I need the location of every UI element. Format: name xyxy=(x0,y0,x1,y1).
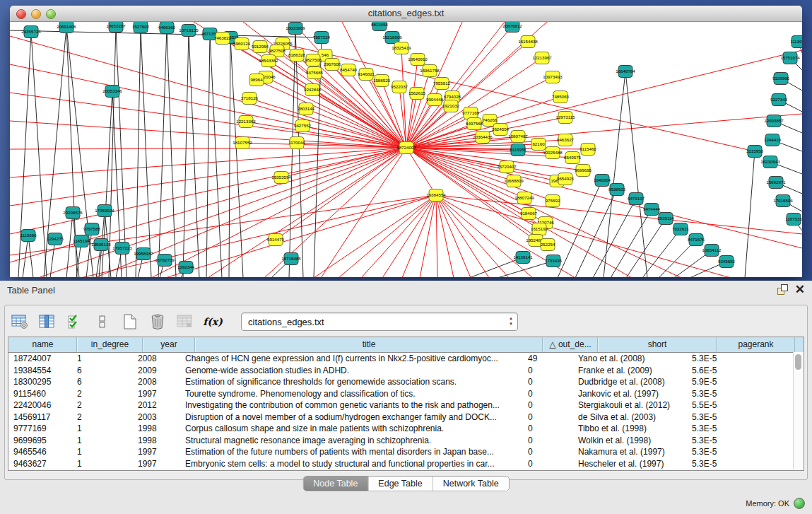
graph-edge[interactable] xyxy=(206,34,210,277)
table-vertical-scrollbar[interactable] xyxy=(793,352,804,469)
table-row[interactable]: 1938455462009Genome-wide association stu… xyxy=(8,365,804,377)
network-window: citations_edges.txt 24355724206914061065… xyxy=(10,6,802,277)
graph-edge[interactable] xyxy=(558,180,602,277)
column-header-short[interactable]: short xyxy=(598,337,717,352)
table-cell: Jankovic et al. (1997) xyxy=(573,388,687,400)
tab-edge-table[interactable]: Edge Table xyxy=(368,477,433,491)
graph-edge[interactable] xyxy=(109,26,116,277)
table-row[interactable]: 1872400712008Changes of HCN gene express… xyxy=(8,353,804,365)
table-cell: 1998 xyxy=(133,423,180,435)
show-column-icon[interactable] xyxy=(38,313,57,331)
row-options-icon[interactable] xyxy=(93,313,112,331)
table-cell: 18724007 xyxy=(8,353,72,365)
graph-edge[interactable] xyxy=(276,148,406,240)
delete-table-icon[interactable] xyxy=(176,313,194,331)
table-row[interactable]: 1830029562008Estimation of significance … xyxy=(8,376,804,388)
column-header-out_de[interactable]: △ out_de... xyxy=(543,337,598,352)
table-row[interactable]: 946362711997Embryonic stem cells: a mode… xyxy=(8,458,804,470)
table-cell: de Silva et al. (2003) xyxy=(573,411,687,424)
graph-edge[interactable] xyxy=(436,195,802,234)
graph-edge[interactable] xyxy=(745,151,755,277)
column-header-name[interactable]: name xyxy=(8,337,77,352)
graph-edge[interactable] xyxy=(289,28,295,277)
graph-edge[interactable] xyxy=(402,195,436,277)
graph-edge[interactable] xyxy=(469,257,523,277)
graph-node-label: 19384554 xyxy=(426,192,446,197)
graph-edge[interactable] xyxy=(406,148,681,277)
graph-node-label: 9474444 xyxy=(643,206,661,211)
close-panel-icon[interactable]: ✕ xyxy=(795,284,805,295)
graph-edge[interactable] xyxy=(158,28,167,277)
table-row[interactable]: 911546021997Tourette syndrome. Phenomeno… xyxy=(8,388,804,400)
graph-node-label: 8186328 xyxy=(288,52,306,57)
network-window-titlebar[interactable]: citations_edges.txt xyxy=(10,6,802,22)
column-header-year[interactable]: year xyxy=(143,337,195,352)
graph-edge[interactable] xyxy=(361,195,436,277)
network-view[interactable]: 2435572420691406106532871527602646616010… xyxy=(10,22,802,277)
table-mode-icon[interactable] xyxy=(11,313,29,331)
graph-node-label: 9463627 xyxy=(557,137,575,142)
graph-edge[interactable] xyxy=(314,195,436,277)
column-header-title[interactable]: title xyxy=(195,337,543,352)
column-header-pagerank[interactable]: pagerank xyxy=(717,337,795,352)
graph-node-label: 1167533 xyxy=(785,216,802,221)
graph-edge[interactable] xyxy=(66,213,73,277)
tab-node-table[interactable]: Node Table xyxy=(303,477,368,491)
table-row[interactable]: 946554611997Estimation of the future num… xyxy=(8,446,804,458)
graph-edge[interactable] xyxy=(229,37,230,277)
column-header-in_degree[interactable]: in_degree xyxy=(77,337,143,352)
graph-edge[interactable] xyxy=(321,148,406,277)
table-cell: 5.3E-5 xyxy=(687,388,760,400)
table-row[interactable]: 1456911722003Disruption of a novel membe… xyxy=(8,411,804,424)
graph-edge[interactable] xyxy=(266,77,406,148)
graph-edge[interactable] xyxy=(210,34,222,277)
graph-node-label: 9777169 xyxy=(462,110,480,115)
graph-edge[interactable] xyxy=(249,98,406,148)
tab-network-table[interactable]: Network Table xyxy=(433,477,509,491)
graph-edge[interactable] xyxy=(151,148,406,277)
graph-node-label: 9129966 xyxy=(772,76,790,81)
scrollbar-thumb[interactable] xyxy=(795,354,801,370)
table-row[interactable]: 969969511998Structural magnetic resonanc… xyxy=(8,435,804,447)
function-builder-icon[interactable]: f(x) xyxy=(204,313,222,331)
graph-edge[interactable] xyxy=(81,195,436,277)
graph-edge[interactable] xyxy=(339,195,436,277)
create-column-icon[interactable] xyxy=(121,313,139,331)
float-panel-icon[interactable] xyxy=(777,284,788,295)
table-row[interactable]: 2242004622012Investigating the contribut… xyxy=(8,399,804,411)
select-columns-icon[interactable] xyxy=(66,313,84,331)
graph-edge[interactable] xyxy=(575,189,617,277)
graph-edge[interactable] xyxy=(436,195,731,277)
graph-edge[interactable] xyxy=(436,195,454,277)
graph-edge[interactable] xyxy=(436,195,437,277)
graph-node-label: 252254 xyxy=(541,242,555,247)
graph-edge[interactable] xyxy=(401,48,406,148)
graph-edge[interactable] xyxy=(38,148,406,277)
table-cell: 5.3E-5 xyxy=(687,446,760,458)
graph-edge[interactable] xyxy=(167,28,176,277)
delete-column-icon[interactable] xyxy=(148,313,167,331)
memory-status-label: Memory: OK xyxy=(746,499,789,508)
graph-edge[interactable] xyxy=(189,30,199,277)
graph-node-label: 7857224 xyxy=(313,35,331,40)
graph-edge[interactable] xyxy=(436,195,509,277)
table-selector[interactable]: citations_edges.txt ▲▼ xyxy=(241,313,518,331)
graph-edge[interactable] xyxy=(625,71,647,277)
graph-edge[interactable] xyxy=(642,229,681,277)
graph-edge[interactable] xyxy=(436,195,533,277)
table-cell: 2003 xyxy=(133,411,180,424)
node-table: namein_degreeyeartitle△ out_de...shortpa… xyxy=(8,337,804,471)
graph-edge[interactable] xyxy=(611,209,652,277)
graph-edge[interactable] xyxy=(406,71,430,148)
graph-edge[interactable] xyxy=(406,50,802,148)
graph-edge[interactable] xyxy=(436,195,471,277)
graph-edge[interactable] xyxy=(406,22,505,148)
table-row[interactable]: 977716911998Corpus callosum shape and si… xyxy=(8,423,804,435)
graph-node-label: 7463822 xyxy=(214,35,232,40)
graph-edge[interactable] xyxy=(136,27,141,277)
graph-edge[interactable] xyxy=(593,199,636,277)
graph-node-label: 20691406 xyxy=(57,24,76,29)
graph-edge[interactable] xyxy=(626,218,666,277)
graph-node-label: 18107552 xyxy=(233,140,252,145)
graph-node-label: 2718126 xyxy=(241,95,259,100)
